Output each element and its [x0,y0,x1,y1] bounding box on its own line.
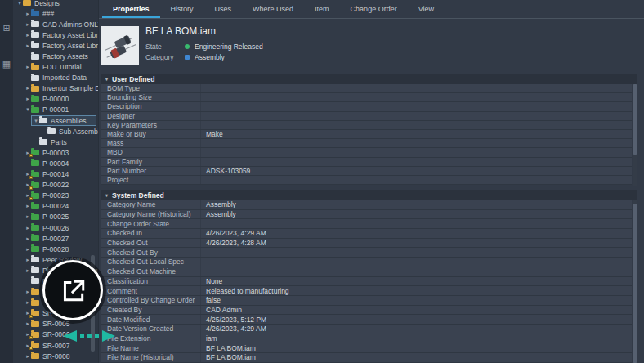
property-label: MBD [101,148,200,156]
tree-item-designs[interactable]: ▾Designs [13,0,98,8]
tab-item[interactable]: Item [304,0,340,18]
caret-closed-icon[interactable]: ▸ [25,43,31,49]
caret-closed-icon[interactable]: ▸ [25,235,31,242]
property-row-part-family[interactable]: Part Family [101,158,632,167]
tab-uses[interactable]: Uses [204,0,243,18]
tree-item-p-00004[interactable]: P-00004 [13,158,98,168]
folder-icon-yellow [31,65,39,70]
property-row-file-extension[interactable]: File Extensioniam [101,334,632,344]
caret-closed-icon[interactable]: ▸ [25,225,31,231]
property-row-checked-in[interactable]: Checked In4/26/2023, 4:29 AM [101,229,632,239]
folder-icon-yellow [31,343,39,348]
property-row-part-number[interactable]: Part NumberADSK-103059 [101,167,632,176]
lock-badge-icon [29,347,33,350]
caret-closed-icon[interactable]: ▸ [25,96,31,102]
property-row-mbd[interactable]: MBD [101,148,632,157]
tree-item-label: Parts [51,138,67,146]
property-row-checked-out[interactable]: Checked Out4/26/2023, 4:28 AM [101,239,632,249]
tree-item-p-00028[interactable]: ▸P-00028 [13,244,98,254]
tree-item-blank[interactable]: ▸### [13,8,98,19]
tree-item-p-00026[interactable]: ▸P-00026 [13,222,98,233]
tab-history[interactable]: History [160,0,204,18]
tree-item-sr-0005[interactable]: ▸SR-0005 [13,319,98,329]
user-scrollbar-thumb[interactable] [633,84,637,155]
tree-item-sr-0008[interactable]: ▸SR-0008 [13,351,98,361]
caret-open-icon[interactable]: ▾ [33,118,39,124]
property-row-bom-type[interactable]: BOM Type [101,84,632,93]
caret-open-icon[interactable]: ▾ [25,106,31,113]
tree-item-factory-asset-library[interactable]: ▸Factory Asset Library [13,29,98,40]
property-row-file-name-historical[interactable]: File Name (Historical)BF LA BOM.iam [101,353,632,363]
property-value: BF LA BOM.iam [200,353,632,362]
caret-closed-icon[interactable]: ▸ [25,246,31,253]
property-value [200,139,632,147]
grid-plus-icon[interactable]: ⊞ [2,23,11,33]
tree-item-assemblies[interactable]: ▾Assemblies [13,115,98,126]
tree-item-fdu-tutorial[interactable]: ▸FDU Tutorial [13,62,98,73]
tree-item-p-00025[interactable]: ▸P-00025 [13,212,98,222]
tree-item-sub-assemblies[interactable]: Sub Assemblies [13,126,98,137]
section-title: System Defined [112,191,164,199]
property-row-change-order-state[interactable]: Change Order State [101,219,632,229]
tree-item-p-00024[interactable]: ▸P-00024 [13,201,98,212]
tab-where-used[interactable]: Where Used [242,0,304,18]
caret-closed-icon[interactable]: ▸ [25,85,31,92]
tree-item-p-00022[interactable]: ▸P-00022 [13,180,98,190]
tree-item-parts[interactable]: Parts [13,137,98,147]
caret-closed-icon[interactable]: ▸ [25,11,31,17]
property-row-project[interactable]: Project [101,176,632,185]
tree-item-factory-asset-library-s[interactable]: ▸Factory Asset Library S [13,40,98,51]
caret-closed-icon[interactable]: ▸ [25,267,31,274]
tree-item-p-00001[interactable]: ▾P-00001 [13,105,98,115]
property-row-created-by[interactable]: Created ByCAD Admin [101,306,632,316]
property-row-comment[interactable]: CommentReleased to manufacturing [101,286,632,296]
caret-closed-icon[interactable]: ▸ [25,289,31,295]
tab-change-order[interactable]: Change Order [340,0,408,18]
tree-item-p-00027[interactable]: ▸P-00027 [13,233,98,244]
tree-item-inventor-sample-data[interactable]: ▸Inventor Sample Data [13,83,98,94]
caret-closed-icon[interactable]: ▸ [25,32,31,38]
tree-item-p-00003[interactable]: ▸P-00003 [13,147,98,158]
caret-closed-icon[interactable]: ▸ [25,203,31,209]
tree-item-p-00000[interactable]: ▸P-00000 [13,94,98,105]
property-value [200,267,632,276]
property-row-date-modified[interactable]: Date Modified4/25/2023, 5:12 PM [101,315,632,325]
property-row-key-parameters[interactable]: Key Parameters [101,121,632,130]
property-row-checked-out-by[interactable]: Checked Out By [101,248,632,258]
property-row-mass[interactable]: Mass [101,139,632,148]
tree-item-p-00014[interactable]: ▸P-00014 [13,169,98,180]
caret-closed-icon[interactable]: ▸ [25,353,31,360]
caret-closed-icon[interactable]: ▸ [25,257,31,263]
tab-properties[interactable]: Properties [102,0,160,18]
caret-closed-icon[interactable]: ▸ [25,21,31,28]
property-label: Checked Out By [101,248,200,257]
system-scrollbar-thumb[interactable] [633,204,637,363]
table-grid-icon[interactable]: ▦ [2,59,11,69]
property-row-category-name-historical[interactable]: Category Name (Historical)Assembly [101,210,632,220]
tab-view[interactable]: View [408,0,445,18]
property-row-designer[interactable]: Designer [101,112,632,121]
property-row-date-version-created[interactable]: Date Version Created4/26/2023, 4:29 AM [101,325,632,334]
property-row-file-name[interactable]: File NameBF LA BOM.iam [101,343,632,353]
property-row-controlled-by-change-order[interactable]: Controlled By Change Orderfalse [101,296,632,306]
property-row-description[interactable]: Description [101,102,632,111]
folder-icon-green [31,182,39,188]
property-row-classification[interactable]: ClassificationNone [101,277,632,287]
caret-closed-icon[interactable]: ▸ [25,213,31,220]
property-row-checked-out-machine[interactable]: Checked Out Machine [101,267,632,277]
property-row-category-name[interactable]: Category NameAssembly [101,200,632,210]
tree-item-factory-assets[interactable]: Factory Assets [13,51,98,61]
caret-closed-icon[interactable]: ▸ [25,320,31,327]
property-row-checked-out-local-spec[interactable]: Checked Out Local Spec [101,258,632,267]
property-row-make-or-buy[interactable]: Make or BuyMake [101,130,632,139]
section-header-user-defined[interactable]: ▾ User Defined [101,74,637,84]
tree-item-p-00023[interactable]: ▸P-00023 [13,190,98,201]
section-title: User Defined [112,75,154,83]
caret-open-icon[interactable]: ▾ [16,0,23,7]
caret-closed-icon[interactable]: ▸ [25,64,31,70]
property-row-bounding-size[interactable]: Bounding Size [101,93,632,102]
tree-item-cad-admins-only[interactable]: ▸CAD Admins ONLY [13,19,98,29]
tree-item-imported-data[interactable]: Imported Data [13,73,98,83]
section-header-system-defined[interactable]: ▾ System Defined [101,190,637,200]
caret-closed-icon[interactable]: ▸ [25,299,31,306]
